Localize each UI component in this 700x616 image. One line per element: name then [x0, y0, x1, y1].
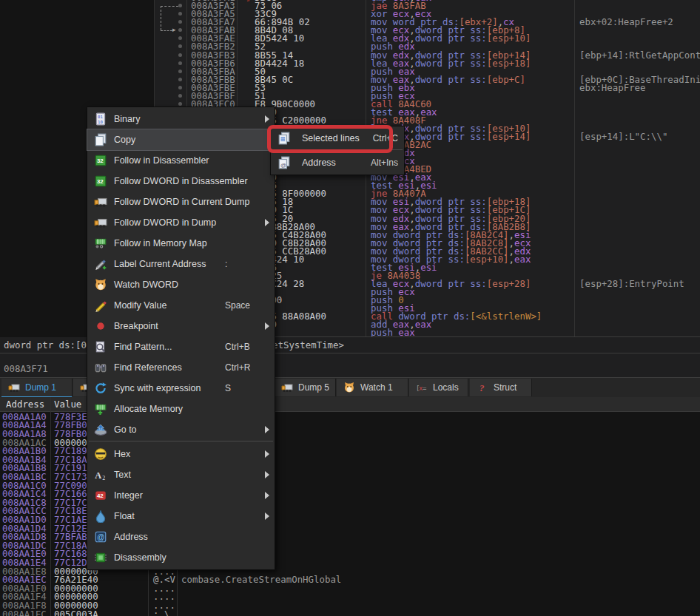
- submenu-arrow-icon: [265, 219, 269, 226]
- menu-item-breakpoint[interactable]: Breakpoint: [87, 316, 275, 336]
- submenu-arrow-icon: [265, 512, 269, 520]
- menu-item-label: Float: [114, 506, 135, 527]
- address-icon: @: [94, 530, 107, 544]
- menu-item-binary[interactable]: 0110Binary: [87, 109, 275, 129]
- dump-address: 008AA1FC: [2, 610, 47, 616]
- menu-item-label: Watch DWORD: [114, 274, 178, 295]
- find-pattern-icon: [94, 340, 107, 353]
- menu-item-label: Follow DWORD in Current Dump: [114, 192, 249, 212]
- truck-icon: [94, 216, 107, 229]
- dump-row[interactable]: 008AA1FC005C003A:.\.: [0, 610, 700, 616]
- menu-item-label: Hex: [114, 444, 130, 464]
- dump-value: 005C003A: [54, 610, 98, 616]
- menu-item-float[interactable]: Float: [87, 506, 275, 527]
- menu-item-watch-dword[interactable]: Watch DWORD: [87, 274, 275, 295]
- menu-item-label: Find References: [114, 357, 182, 378]
- menu-item-label: Modify Value: [114, 295, 166, 316]
- sync-icon: [94, 382, 107, 395]
- chip32-icon: 32: [94, 175, 107, 188]
- menu-item-go-to[interactable]: Go to: [87, 419, 275, 440]
- menu-item-label-current-address[interactable]: Label Current Address:: [87, 254, 275, 274]
- menu-item-shortcut: Space: [225, 295, 250, 316]
- menu-item-shortcut: Ctrl+R: [225, 357, 250, 378]
- memmap-icon: [94, 237, 107, 250]
- menu-item-selected-lines[interactable]: Selected linesCtrl+C: [271, 128, 404, 149]
- menu-item-copy[interactable]: Copy: [87, 129, 275, 150]
- menu-item-hex[interactable]: Hex: [87, 444, 275, 464]
- menu-item-integer[interactable]: 42Integer: [87, 485, 275, 506]
- menu-item-label: Go to: [114, 419, 137, 440]
- menu-item-find-pattern[interactable]: Find Pattern...Ctrl+B: [87, 336, 275, 357]
- menu-item-disassembly[interactable]: Disassembly: [87, 547, 275, 568]
- menu-item-label: Label Current Address: [114, 254, 206, 274]
- menu-item-label: Address: [302, 152, 336, 173]
- menu-item-label: Follow in Disassembler: [114, 150, 209, 171]
- context-menu: 0110BinaryCopy32Follow in Disassembler32…: [87, 106, 275, 570]
- svg-text:32: 32: [97, 178, 104, 185]
- menu-item-find-references[interactable]: Find ReferencesCtrl+R: [87, 357, 275, 378]
- disasm-icon: [94, 551, 107, 564]
- menu-item-follow-dword-in-current-dump[interactable]: Follow DWORD in Current Dump: [87, 192, 275, 212]
- menu-item-shortcut: Ctrl+C: [373, 128, 398, 149]
- copy-lines-icon: [277, 132, 291, 145]
- svg-text:A: A: [95, 470, 101, 481]
- menu-item-shortcut: :: [225, 254, 227, 274]
- menu-item-modify-value[interactable]: Modify ValueSpace: [87, 295, 275, 316]
- menu-item-follow-in-disassembler[interactable]: 32Follow in Disassembler: [87, 150, 275, 171]
- menu-item-text[interactable]: A2Text: [87, 464, 275, 485]
- menu-item-label: Copy: [114, 129, 135, 150]
- menu-item-label: Find Pattern...: [114, 336, 172, 357]
- menu-item-allocate-memory[interactable]: Allocate Memory: [87, 399, 275, 419]
- menu-item-address[interactable]: @AddressAlt+Ins: [271, 152, 404, 173]
- submenu-arrow-icon: [265, 426, 269, 433]
- menu-item-shortcut: Ctrl+B: [225, 336, 250, 357]
- menu-item-label: Integer: [114, 485, 143, 506]
- menu-item-label: Follow DWORD in Dump: [114, 212, 216, 233]
- dump-ascii: :.\.: [153, 610, 175, 616]
- goto-icon: [94, 423, 107, 436]
- chip32-icon: 32: [94, 154, 107, 167]
- menu-item-label: Binary: [114, 109, 140, 129]
- svg-text:42: 42: [97, 493, 104, 499]
- label-icon: [94, 257, 107, 271]
- dump-row[interactable]: 008AA1F400000000....: [0, 592, 700, 601]
- svg-text:10: 10: [98, 120, 103, 124]
- integer-icon: 42: [94, 489, 107, 502]
- menu-item-label: Breakpoint: [114, 316, 158, 336]
- submenu-arrow-icon: [265, 450, 269, 458]
- menu-item-label: Selected lines: [302, 128, 360, 149]
- menu-item-follow-dword-in-disassembler[interactable]: 32Follow DWORD in Disassembler: [87, 171, 275, 192]
- dump-row[interactable]: 008AA1F800000000....: [0, 601, 700, 610]
- svg-text:2: 2: [102, 475, 105, 481]
- menu-item-shortcut: Alt+Ins: [371, 152, 398, 173]
- copy-icon: [94, 133, 107, 146]
- dump-row[interactable]: 008AA1F000000000....: [0, 584, 700, 593]
- pencil-icon: [94, 299, 107, 312]
- find-references-icon: [94, 361, 107, 374]
- menu-item-label: Follow in Memory Map: [114, 233, 207, 254]
- x64dbg-window: ▸ 008A3FA13BC8cmp ecx,eax008A3FA3˝73 06j…: [0, 0, 700, 616]
- menu-item-label: Follow DWORD in Disassembler: [114, 171, 248, 192]
- menu-item-address[interactable]: @Address: [87, 527, 275, 547]
- breakpoint-icon: [94, 319, 107, 333]
- dump-row[interactable]: 008AA1EC76A21E40@.<Vcombase.CreateStream…: [0, 575, 700, 584]
- submenu-arrow-icon: [265, 471, 269, 478]
- svg-text:@: @: [97, 533, 104, 541]
- submenu-arrow-icon: [265, 322, 269, 330]
- menu-item-label: Address: [114, 527, 148, 547]
- svg-text:@: @: [280, 162, 286, 169]
- menu-item-label: Text: [114, 464, 131, 485]
- menu-item-sync-with-expression[interactable]: Sync with expressionS: [87, 378, 275, 399]
- alloc-icon: [94, 402, 107, 416]
- dump-comment: combase.CreateStreamOnHGlobal: [181, 575, 341, 584]
- float-icon: [94, 510, 107, 523]
- text-icon: A2: [94, 468, 107, 481]
- copy-address-icon: @: [277, 156, 291, 169]
- hex-icon: [94, 447, 107, 461]
- menu-item-follow-in-memory-map[interactable]: Follow in Memory Map: [87, 233, 275, 254]
- menu-item-label: Allocate Memory: [114, 399, 183, 419]
- menu-item-shortcut: S: [225, 378, 231, 399]
- binary-icon: 0110: [94, 112, 107, 126]
- menu-item-follow-dword-in-dump[interactable]: Follow DWORD in Dump: [87, 212, 275, 233]
- svg-text:32: 32: [97, 158, 104, 164]
